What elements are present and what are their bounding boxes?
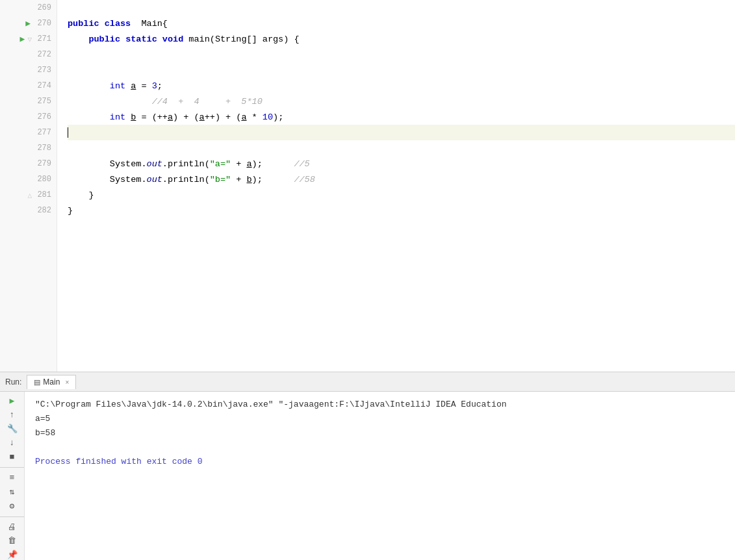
args-271: args) {: [263, 34, 300, 44]
keyword-void-271: void: [162, 34, 183, 44]
main-tab[interactable]: ▤ Main ×: [27, 375, 76, 389]
line-num-274: 274: [33, 81, 51, 90]
code-line-275: //4 + 4 + 5*10: [68, 94, 735, 109]
indent-274: [68, 81, 110, 91]
indent-276: [68, 112, 110, 122]
code-line-280: System. out .println( "b=" + b ); //58: [68, 172, 735, 187]
p1-276: ) + (: [173, 112, 200, 122]
line-number-281: △ 281: [0, 187, 57, 203]
code-line-271: public static void main ( String [] args…: [68, 31, 735, 47]
var-a-274: a: [131, 81, 136, 91]
close-279: );: [252, 159, 294, 169]
output-process: Process finished with exit code 0: [35, 454, 725, 468]
keyword-int-274: int: [110, 81, 125, 91]
paren1-271: (: [210, 34, 215, 44]
str-b-280: "b=": [210, 175, 231, 185]
line-num-269: 269: [33, 3, 51, 12]
line-num-278: 278: [33, 144, 51, 153]
sp1-274: [125, 81, 131, 91]
indent-281: [68, 190, 88, 200]
line-num-270: 270: [33, 19, 51, 28]
keyword-static-271: static: [125, 34, 157, 44]
code-line-281: }: [68, 187, 735, 203]
line-number-269: 269: [0, 0, 57, 16]
sp3-271: [183, 34, 188, 44]
tab-name: Main: [43, 377, 60, 387]
keyword-public-271: public: [88, 34, 120, 44]
code-line-270: public class Main{: [68, 16, 735, 31]
run-output: "C:\Program Files\Java\jdk-14.0.2\bin\ja…: [25, 392, 735, 560]
line-number-277: 277: [0, 125, 57, 140]
indent-280: [68, 175, 110, 185]
space2-270: [131, 19, 141, 29]
close-280: );: [252, 175, 294, 185]
dot-280: .println(: [162, 175, 210, 185]
line-num-281: 281: [33, 190, 51, 199]
code-line-277[interactable]: [68, 125, 735, 140]
p4-276: );: [273, 112, 283, 122]
stop-button[interactable]: ■: [5, 452, 19, 462]
run-arrow-270[interactable]: ▶: [25, 18, 31, 29]
output-result-b: b=58: [35, 426, 725, 440]
sort-button[interactable]: ⇅: [5, 487, 19, 497]
up-button[interactable]: ↑: [5, 410, 19, 420]
system-279: System.: [110, 159, 147, 169]
bracket-271: []: [246, 34, 257, 44]
code-container: 269 ▶ 270 ▶ ▽ 271 272 273 274: [0, 0, 735, 372]
code-line-273: [68, 62, 735, 78]
bookmark-271: ▽: [27, 35, 32, 44]
code-lines[interactable]: public class Main{ public static void ma…: [57, 0, 735, 372]
code-line-274: int a = 3 ;: [68, 78, 735, 94]
comment-275: //4 + 4 + 5*10: [152, 97, 263, 107]
wrench-button[interactable]: 🔧: [5, 424, 19, 434]
play-button[interactable]: ▶: [5, 396, 19, 406]
out-280: out: [147, 175, 162, 185]
indent-279: [68, 159, 110, 169]
brace-281: }: [88, 190, 94, 200]
pin-button[interactable]: 📌: [5, 550, 19, 560]
run-panel: Run: ▤ Main × ▶ ↑ 🔧 ↓ ■ ≡ ⇅ ⚙ 🖨 🗑 📌 "C:\…: [0, 372, 735, 560]
editor-area: 269 ▶ 270 ▶ ▽ 271 272 273 274: [0, 0, 735, 372]
line-num-273: 273: [33, 66, 51, 75]
run-label: Run:: [5, 377, 21, 387]
print-button[interactable]: 🖨: [5, 522, 19, 531]
line-num-282: 282: [33, 206, 51, 215]
indent-275: [68, 97, 152, 107]
result-a-text: a=5: [35, 414, 50, 424]
comment-279: //5: [294, 159, 309, 169]
out-279: out: [147, 159, 162, 169]
line-num-280: 280: [33, 175, 51, 184]
sidebar-divider: [0, 467, 24, 468]
line-number-272: 272: [0, 47, 57, 62]
space-270: [99, 19, 105, 29]
tab-close-button[interactable]: ×: [65, 379, 69, 386]
run-arrow-271[interactable]: ▶: [20, 34, 25, 44]
keyword-class-270: class: [105, 19, 131, 29]
lines-button[interactable]: ≡: [5, 472, 19, 482]
line-number-282: 282: [0, 203, 57, 218]
process-text: Process finished with exit code 0: [35, 457, 202, 466]
line-number-278: 278: [0, 140, 57, 156]
sp1-271: [120, 34, 125, 44]
var-a1-276: a: [168, 112, 173, 122]
system-280: System.: [110, 175, 147, 185]
down-button[interactable]: ↓: [5, 438, 19, 448]
assign-274: =: [136, 81, 151, 91]
settings-button[interactable]: ⚙: [5, 501, 19, 511]
brace-282: }: [68, 206, 73, 216]
sp1-276: [125, 112, 131, 122]
var-a3-276: a: [241, 112, 246, 122]
code-line-279: System. out .println( "a=" + a ); //5: [68, 156, 735, 172]
line-num-279: 279: [33, 159, 51, 168]
code-line-269: [68, 0, 735, 16]
line-num-276: 276: [33, 112, 51, 121]
code-line-278: [68, 140, 735, 156]
trash-button[interactable]: 🗑: [5, 536, 19, 546]
keyword-public-270: public: [68, 19, 99, 29]
run-panel-header: Run: ▤ Main ×: [0, 372, 735, 392]
var-b-276: b: [131, 112, 136, 122]
sp2-271: [157, 34, 162, 44]
var-a2-276: a: [200, 112, 205, 122]
string-class-271: String: [215, 34, 247, 44]
var-a-279: a: [246, 159, 251, 169]
